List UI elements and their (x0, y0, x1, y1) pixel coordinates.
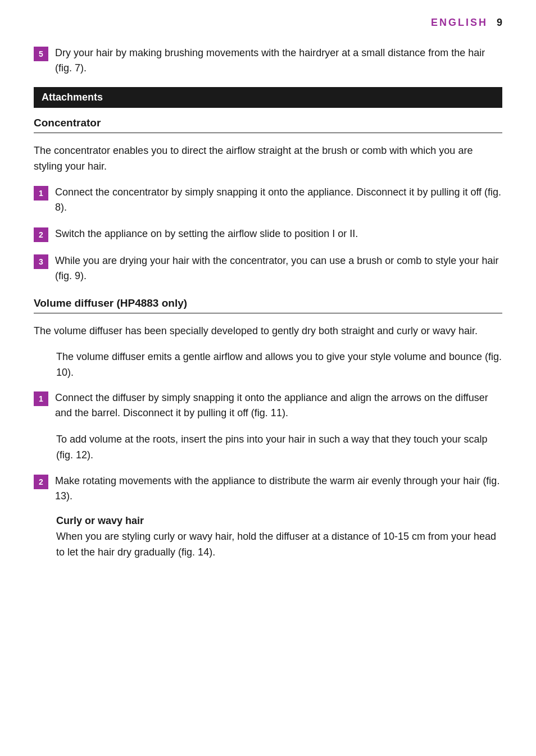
diffuser-step-2-badge: 2 (34, 475, 48, 489)
diffuser-step-2-block: 2 Make rotating movements with the appli… (34, 473, 502, 504)
page: ENGLISH 9 5 Dry your hair by making brus… (0, 0, 536, 756)
concentrator-step-2-block: 2 Switch the appliance on by setting the… (34, 226, 502, 242)
diffuser-step-1-badge: 1 (34, 391, 48, 406)
step-5-block: 5 Dry your hair by making brushing movem… (34, 45, 502, 76)
volume-diffuser-indented-1: The volume diffuser emits a gentle airfl… (56, 349, 502, 381)
volume-diffuser-indented-2: To add volume at the roots, insert the p… (56, 432, 502, 463)
concentrator-step-1-badge: 1 (34, 186, 48, 201)
page-header: ENGLISH 9 (34, 17, 502, 29)
concentrator-step-1-text: Connect the concentrator by simply snapp… (55, 185, 502, 215)
page-number: 9 (497, 17, 502, 29)
concentrator-step-3-text: While you are drying your hair with the … (55, 253, 502, 284)
curly-hair-body: When you are styling curly or wavy hair,… (56, 529, 502, 561)
diffuser-step-1-text: Connect the diffuser by simply snapping … (55, 390, 502, 421)
language-label: ENGLISH (431, 17, 488, 29)
volume-diffuser-title: Volume diffuser (HP4883 only) (34, 297, 502, 313)
attachments-section-header: Attachments (34, 87, 502, 108)
concentrator-step-3-block: 3 While you are drying your hair with th… (34, 253, 502, 284)
concentrator-step-1-block: 1 Connect the concentrator by simply sna… (34, 185, 502, 215)
step-5-badge: 5 (34, 47, 48, 61)
diffuser-step-1-block: 1 Connect the diffuser by simply snappin… (34, 390, 502, 421)
curly-hair-title: Curly or wavy hair (56, 515, 502, 527)
step-5-text: Dry your hair by making brushing movemen… (55, 45, 502, 76)
volume-diffuser-intro: The volume diffuser has been specially d… (34, 324, 502, 339)
concentrator-step-2-badge: 2 (34, 227, 48, 242)
diffuser-step-2-text: Make rotating movements with the applian… (55, 473, 502, 504)
concentrator-step-2-text: Switch the appliance on by setting the a… (55, 226, 358, 242)
attachments-label: Attachments (42, 92, 103, 103)
concentrator-intro: The concentrator enables you to direct t… (34, 143, 502, 175)
concentrator-step-3-badge: 3 (34, 254, 48, 269)
concentrator-title: Concentrator (34, 117, 502, 133)
